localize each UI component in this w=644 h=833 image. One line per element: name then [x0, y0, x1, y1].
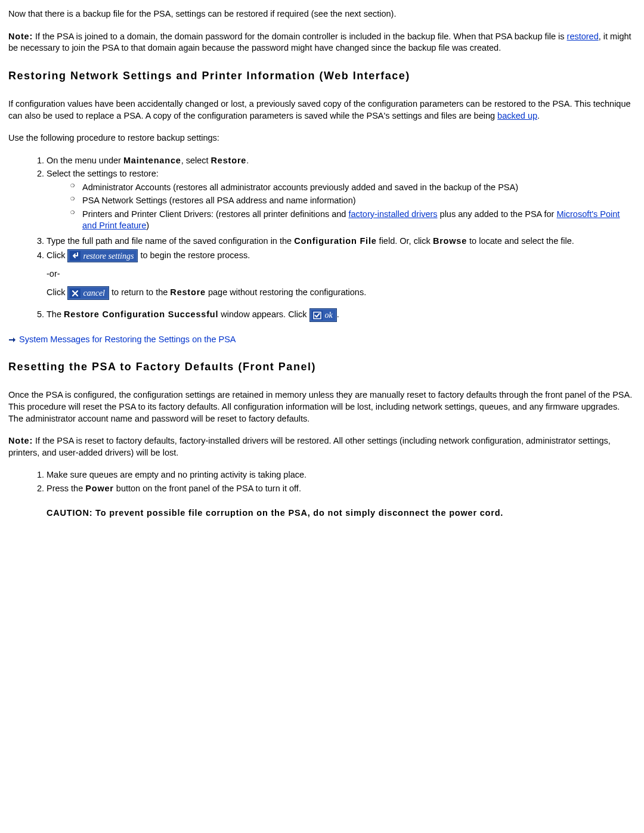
opt-network-settings: PSA Network Settings (restores all PSA a… — [82, 195, 636, 207]
step-5: The Restore Configuration Successful win… — [47, 308, 636, 322]
note-reset: Note: If the PSA is reset to factory def… — [8, 435, 636, 459]
step-2: Select the settings to restore: Administ… — [47, 168, 636, 232]
heading-resetting: Resetting the PSA to Factory Defaults (F… — [8, 360, 636, 374]
reset-step-1: Make sure queues are empty and no printi… — [47, 469, 636, 481]
step-4: Click restore settings to begin the rest… — [47, 249, 636, 300]
step-4-cancel: Click cancel to return to the Restore pa… — [47, 286, 636, 300]
enter-icon — [70, 251, 80, 261]
intro-paragraph: Now that there is a backup file for the … — [8, 8, 636, 20]
or-text: -or- — [47, 268, 636, 280]
link-backed-up[interactable]: backed up — [497, 111, 537, 120]
note-label: Note: — [8, 32, 33, 41]
opt-printers: Printers and Printer Client Drivers: (re… — [82, 209, 636, 232]
reset-step-2: Press the Power button on the front pane… — [47, 483, 636, 519]
caution-text: CAUTION: To prevent possible file corrup… — [47, 507, 636, 519]
reset-intro: Once the PSA is configured, the configur… — [8, 389, 636, 425]
link-system-messages[interactable]: System Messages for Restoring the Settin… — [19, 335, 236, 344]
step-3: Type the full path and file name of the … — [47, 236, 636, 247]
ok-button[interactable]: ok — [309, 308, 337, 322]
heading-restoring: Restoring Network Settings and Printer I… — [8, 69, 636, 83]
reset-steps: Make sure queues are empty and no printi… — [8, 469, 636, 519]
arrow-right-icon — [8, 336, 17, 343]
restoring-intro-b: . — [537, 111, 540, 120]
use-procedure: Use the following procedure to restore b… — [8, 132, 636, 144]
opt-admin-accounts: Administrator Accounts (restores all adm… — [82, 182, 636, 194]
restore-steps: On the menu under Maintenance, select Re… — [8, 155, 636, 322]
check-icon — [312, 311, 323, 320]
link-restored[interactable]: restored — [567, 32, 599, 41]
link-factory-drivers[interactable]: factory-installed drivers — [348, 209, 437, 219]
close-icon — [70, 289, 80, 298]
restore-settings-button[interactable]: restore settings — [67, 249, 138, 263]
note-text-a: If the PSA is joined to a domain, the do… — [33, 32, 566, 41]
note-domain: Note: If the PSA is joined to a domain, … — [8, 31, 636, 54]
step-1: On the menu under Maintenance, select Re… — [47, 155, 636, 167]
restoring-intro: If configuration values have been accide… — [8, 98, 636, 122]
note-reset-body: If the PSA is reset to factory defaults,… — [8, 436, 611, 457]
cancel-button[interactable]: cancel — [67, 286, 109, 300]
restore-options: Administrator Accounts (restores all adm… — [47, 182, 636, 232]
system-messages-link-row: System Messages for Restoring the Settin… — [8, 334, 636, 346]
note-label-2: Note: — [8, 436, 33, 445]
